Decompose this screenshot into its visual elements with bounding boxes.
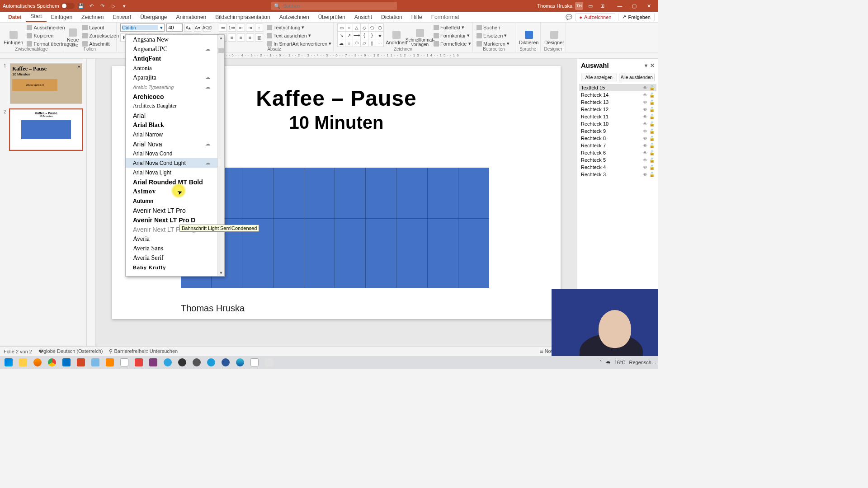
- firefox-icon[interactable]: [31, 357, 44, 368]
- tab-start[interactable]: Start: [26, 11, 46, 22]
- text-direction-button[interactable]: Textrichtung ▾: [267, 23, 331, 31]
- tab-uebergaenge[interactable]: Übergänge: [136, 12, 171, 22]
- font-option[interactable]: Aparajita☁: [126, 73, 217, 82]
- accessibility-status[interactable]: ⚲ Barrierefreiheit: Untersuchen: [109, 348, 178, 354]
- edge-icon[interactable]: [233, 357, 247, 368]
- visibility-icon[interactable]: 👁: [643, 136, 647, 141]
- reset-button[interactable]: Zurücksetzen: [82, 32, 119, 39]
- tab-hilfe[interactable]: Hilfe: [407, 12, 427, 22]
- tab-einfuegen[interactable]: Einfügen: [47, 12, 77, 22]
- font-size-combo[interactable]: [166, 23, 183, 32]
- ribbon-display-icon[interactable]: ⊞: [598, 1, 607, 10]
- font-option[interactable]: Averia Sans: [126, 244, 217, 253]
- font-option[interactable]: Arial Narrow: [126, 130, 217, 139]
- show-all-button[interactable]: Alle anzeigen: [581, 74, 617, 81]
- font-option[interactable]: Asimov: [126, 187, 217, 196]
- visibility-icon[interactable]: 👁: [643, 172, 647, 177]
- weather-temp[interactable]: 16°C: [614, 360, 626, 365]
- tab-ueberpruefen[interactable]: Überprüfen: [314, 12, 350, 22]
- pane-dropdown-icon[interactable]: ▾: [645, 62, 647, 69]
- undo-icon[interactable]: ↶: [87, 1, 96, 10]
- visibility-icon[interactable]: 👁: [643, 85, 647, 90]
- selection-item[interactable]: Rechteck 6👁🔓: [579, 149, 656, 156]
- lock-icon[interactable]: 🔓: [649, 93, 655, 98]
- selection-item[interactable]: Rechteck 11👁🔓: [579, 113, 656, 120]
- replace-button[interactable]: Ersetzen ▾: [476, 32, 509, 39]
- tab-aufzeichnen[interactable]: Aufzeichnen: [275, 12, 314, 22]
- app-icon-5[interactable]: [190, 357, 203, 368]
- font-option[interactable]: Arial Nova Cond Light☁: [126, 158, 217, 168]
- font-option[interactable]: Arial Nova☁: [126, 139, 217, 149]
- author-text[interactable]: Thomas Hruska: [181, 303, 245, 314]
- search-input[interactable]: [283, 3, 394, 9]
- tab-dictation[interactable]: Dictation: [377, 12, 407, 22]
- coming-soon-icon[interactable]: ▭: [586, 1, 595, 10]
- app-icon-7[interactable]: [219, 357, 232, 368]
- chrome-icon[interactable]: [45, 357, 59, 368]
- share-button[interactable]: ↗ Freigeben: [618, 13, 655, 21]
- save-icon[interactable]: 💾: [76, 1, 85, 10]
- font-option[interactable]: Angsana New: [126, 35, 217, 44]
- font-dropdown[interactable]: Angsana NewAngsanaUPC☁AntiqFontAntoniaAp…: [125, 34, 225, 277]
- visibility-icon[interactable]: 👁: [643, 143, 647, 148]
- font-option[interactable]: Arial Nova Light: [126, 168, 217, 177]
- lock-icon[interactable]: 🔓: [649, 85, 655, 90]
- font-option[interactable]: Avenir Next LT Pro: [126, 206, 217, 215]
- linespacing-button[interactable]: ↕: [255, 23, 263, 32]
- weather-icon[interactable]: 🌧: [606, 360, 611, 365]
- search-box[interactable]: 🔍: [271, 2, 397, 10]
- clear-format-button[interactable]: A⌫: [203, 23, 211, 32]
- lock-icon[interactable]: 🔓: [649, 143, 655, 148]
- telegram-icon[interactable]: [161, 357, 175, 368]
- shape-rect-icon[interactable]: ▭: [337, 23, 345, 32]
- visibility-icon[interactable]: 👁: [643, 122, 647, 127]
- scroll-handle[interactable]: [218, 48, 224, 53]
- numbering-button[interactable]: 1≔: [228, 23, 236, 32]
- app-icon-1[interactable]: [89, 357, 102, 368]
- align-right-button[interactable]: ≡: [237, 33, 245, 42]
- selection-item[interactable]: Rechteck 5👁🔓: [579, 156, 656, 164]
- app-icon-6[interactable]: [204, 357, 218, 368]
- font-option[interactable]: Autumn: [126, 196, 217, 206]
- tab-formformat[interactable]: Formformat: [427, 12, 464, 22]
- columns-button[interactable]: ▥: [255, 33, 263, 42]
- tab-bildschirm[interactable]: Bildschirmpräsentation: [211, 12, 274, 22]
- visibility-icon[interactable]: 👁: [643, 100, 647, 105]
- shape-fill-button[interactable]: Fülleffekt ▾: [434, 23, 471, 31]
- font-option[interactable]: Avenir Next LT Pro D: [126, 215, 217, 225]
- visibility-icon[interactable]: 👁: [643, 129, 647, 134]
- font-option[interactable]: Baby Kruffy: [126, 263, 217, 272]
- selection-item[interactable]: Rechteck 10👁🔓: [579, 120, 656, 127]
- font-option[interactable]: Arial Rounded MT Bold: [126, 177, 217, 187]
- qat-more-icon[interactable]: ▾: [120, 1, 129, 10]
- lock-icon[interactable]: 🔓: [649, 114, 655, 119]
- grow-font-button[interactable]: A▴: [184, 23, 192, 32]
- font-option[interactable]: Architects Daughter: [126, 101, 217, 111]
- lock-icon[interactable]: 🔓: [649, 122, 655, 127]
- selection-item[interactable]: Rechteck 14👁🔓: [579, 91, 656, 99]
- font-option[interactable]: AntiqFont: [126, 54, 217, 63]
- lock-icon[interactable]: 🔓: [649, 172, 655, 177]
- powerpoint-icon[interactable]: [74, 357, 88, 368]
- tab-animationen[interactable]: Animationen: [172, 12, 211, 22]
- visibility-icon[interactable]: 👁: [643, 158, 647, 163]
- tab-ansicht[interactable]: Ansicht: [350, 12, 377, 22]
- slide-thumb-1[interactable]: Kaffee – Pause 10 Minuten Weiter geht's …: [10, 63, 82, 104]
- font-option[interactable]: Averia Serif: [126, 253, 217, 263]
- font-option[interactable]: AngsanaUPC☁: [126, 44, 217, 54]
- selection-item[interactable]: Rechteck 4👁🔓: [579, 164, 656, 171]
- tab-zeichnen[interactable]: Zeichnen: [77, 12, 108, 22]
- lock-icon[interactable]: 🔓: [649, 107, 655, 112]
- selection-item[interactable]: Rechteck 8👁🔓: [579, 135, 656, 142]
- visibility-icon[interactable]: 👁: [643, 107, 647, 112]
- hide-all-button[interactable]: Alle ausblenden: [619, 74, 655, 81]
- selection-item[interactable]: Textfeld 15👁🔓: [579, 84, 656, 91]
- chevron-down-icon[interactable]: ▾: [160, 25, 163, 31]
- start-menu-button[interactable]: [2, 357, 15, 368]
- tray-chevron-icon[interactable]: ˄: [599, 360, 602, 366]
- language-status[interactable]: �globe Deutsch (Österreich): [38, 348, 103, 354]
- font-option[interactable]: Averia: [126, 234, 217, 244]
- lock-icon[interactable]: 🔓: [649, 165, 655, 170]
- record-button[interactable]: ● Aufzeichnen: [575, 13, 615, 21]
- font-option[interactable]: Arabic Typesetting☁: [126, 82, 217, 92]
